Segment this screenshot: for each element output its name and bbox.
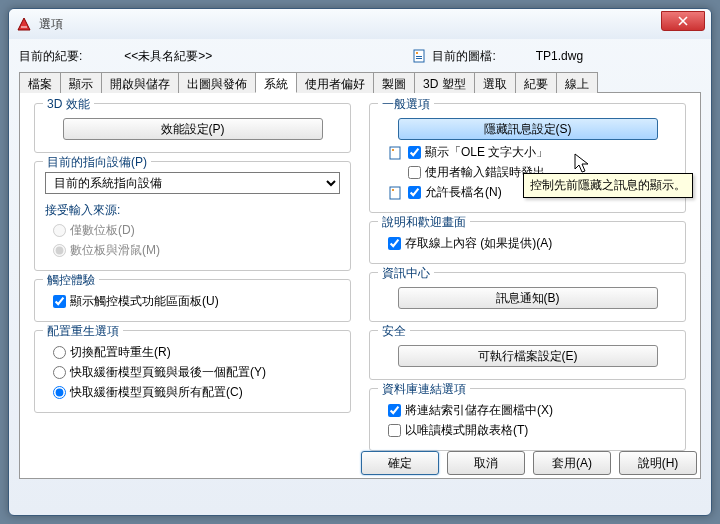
content-area: 目前的紀要: <<未具名紀要>> 目前的圖檔: TP1.dwg 檔案顯示開啟與儲…: [9, 39, 711, 485]
group-security: 安全 可執行檔案設定(E): [369, 330, 686, 380]
radio-row-digitizer-mouse: 數位板與滑鼠(M): [45, 242, 340, 259]
tab-8[interactable]: 選取: [474, 72, 516, 93]
radio-row-cache-last[interactable]: 快取緩衝模型頁籤與最後一個配置(Y): [45, 364, 340, 381]
exe-settings-button[interactable]: 可執行檔案設定(E): [398, 345, 658, 367]
radio-label: 切換配置時重生(R): [70, 344, 171, 361]
message-notify-button[interactable]: 訊息通知(B): [398, 287, 658, 309]
app-icon: [15, 15, 33, 33]
check-row-store-link-index[interactable]: 將連結索引儲存在圖檔中(X): [380, 402, 675, 419]
right-column: 一般選項 隱藏訊息設定(S) 顯示「OLE 文字大小」 使用者輸入錯誤時發出: [369, 103, 686, 468]
check-row-online-content[interactable]: 存取線上內容 (如果提供)(A): [380, 235, 675, 252]
group-pointing-device: 目前的指向設備(P) 目前的系統指向設備 接受輸入來源: 僅數位板(D) 數位板…: [34, 161, 351, 271]
svg-rect-5: [392, 149, 394, 151]
group-caption: 安全: [378, 323, 410, 340]
group-dblink: 資料庫連結選項 將連結索引儲存在圖檔中(X) 以唯讀模式開啟表格(T): [369, 388, 686, 451]
radio-label: 快取緩衝模型頁籤與所有配置(C): [70, 384, 243, 401]
titlebar: 選項: [9, 9, 711, 39]
radio-cache-last[interactable]: [53, 366, 66, 379]
radio-label: 數位板與滑鼠(M): [70, 242, 160, 259]
radio-row-regen-switch[interactable]: 切換配置時重生(R): [45, 344, 340, 361]
radio-row-cache-all[interactable]: 快取緩衝模型頁籤與所有配置(C): [45, 384, 340, 401]
help-button[interactable]: 說明(H): [619, 451, 697, 475]
tab-1[interactable]: 顯示: [60, 72, 102, 93]
check-row-readonly-table[interactable]: 以唯讀模式開啟表格(T): [380, 422, 675, 439]
group-caption: 資訊中心: [378, 265, 434, 282]
group-caption: 目前的指向設備(P): [43, 154, 151, 171]
group-layout-regen: 配置重生選項 切換配置時重生(R) 快取緩衝模型頁籤與最後一個配置(Y) 快取緩…: [34, 330, 351, 413]
radio-digitizer-only: [53, 224, 66, 237]
window-title: 選項: [39, 16, 63, 33]
svg-rect-1: [416, 52, 418, 54]
drawing-icon: [412, 48, 428, 64]
tab-3[interactable]: 出圖與發佈: [178, 72, 256, 93]
svg-rect-7: [392, 189, 394, 191]
ok-button[interactable]: 確定: [361, 451, 439, 475]
group-caption: 資料庫連結選項: [378, 381, 470, 398]
group-help-welcome: 說明和歡迎畫面 存取線上內容 (如果提供)(A): [369, 221, 686, 264]
drawing-icon: [388, 145, 404, 161]
radio-cache-all[interactable]: [53, 386, 66, 399]
top-info-row: 目前的紀要: <<未具名紀要>> 目前的圖檔: TP1.dwg: [19, 45, 701, 67]
tooltip: 控制先前隱藏之訊息的顯示。: [523, 173, 693, 198]
tab-6[interactable]: 製圖: [373, 72, 415, 93]
check-label: 顯示觸控模式功能區面板(U): [70, 293, 219, 310]
profile-name: <<未具名紀要>>: [124, 48, 212, 65]
tab-5[interactable]: 使用者偏好: [296, 72, 374, 93]
left-column: 3D 效能 效能設定(P) 目前的指向設備(P) 目前的系統指向設備 接受輸入來…: [34, 103, 351, 468]
group-info-center: 資訊中心 訊息通知(B): [369, 272, 686, 322]
checkbox-touch-panel[interactable]: [53, 295, 66, 308]
checkbox-online-content[interactable]: [388, 237, 401, 250]
cancel-button[interactable]: 取消: [447, 451, 525, 475]
checkbox-user-input-error[interactable]: [408, 166, 421, 179]
perf-settings-button[interactable]: 效能設定(P): [63, 118, 323, 140]
tab-4[interactable]: 系統: [255, 72, 297, 93]
group-3d-perf: 3D 效能 效能設定(P): [34, 103, 351, 153]
radio-digitizer-mouse: [53, 244, 66, 257]
tab-9[interactable]: 紀要: [515, 72, 557, 93]
close-button[interactable]: [661, 11, 705, 31]
sub-caption: 接受輸入來源:: [45, 202, 340, 219]
checkbox-long-filename[interactable]: [408, 186, 421, 199]
app-window: 選項 目前的紀要: <<未具名紀要>> 目前的圖檔: TP1.dwg 檔案顯示開…: [8, 8, 712, 516]
check-row-touch-panel[interactable]: 顯示觸控模式功能區面板(U): [45, 293, 340, 310]
apply-button[interactable]: 套用(A): [533, 451, 611, 475]
check-row-ole-text[interactable]: 顯示「OLE 文字大小」: [380, 144, 675, 161]
checkbox-readonly-table[interactable]: [388, 424, 401, 437]
radio-label: 快取緩衝模型頁籤與最後一個配置(Y): [70, 364, 266, 381]
tab-strip: 檔案顯示開啟與儲存出圖與發佈系統使用者偏好製圖3D 塑型選取紀要線上: [19, 71, 701, 93]
checkbox-ole-text[interactable]: [408, 146, 421, 159]
tab-10[interactable]: 線上: [556, 72, 598, 93]
svg-rect-4: [390, 147, 400, 159]
svg-rect-3: [416, 58, 422, 59]
group-touch: 觸控體驗 顯示觸控模式功能區面板(U): [34, 279, 351, 322]
group-caption: 說明和歡迎畫面: [378, 214, 470, 231]
tab-7[interactable]: 3D 塑型: [414, 72, 475, 93]
check-label: 顯示「OLE 文字大小」: [425, 144, 548, 161]
check-label: 允許長檔名(N): [425, 184, 502, 201]
drawing-name: TP1.dwg: [536, 49, 583, 63]
checkbox-store-link-index[interactable]: [388, 404, 401, 417]
check-label: 將連結索引儲存在圖檔中(X): [405, 402, 553, 419]
tab-2[interactable]: 開啟與儲存: [101, 72, 179, 93]
group-caption: 配置重生選項: [43, 323, 123, 340]
pointing-device-select[interactable]: 目前的系統指向設備: [45, 172, 340, 194]
drawing-icon: [388, 185, 404, 201]
current-record-label: 目前的紀要:: [19, 48, 82, 65]
check-label: 存取線上內容 (如果提供)(A): [405, 235, 552, 252]
group-caption: 一般選項: [378, 96, 434, 113]
dialog-footer: 確定 取消 套用(A) 說明(H): [361, 451, 697, 475]
group-caption: 3D 效能: [43, 96, 94, 113]
svg-rect-6: [390, 187, 400, 199]
group-caption: 觸控體驗: [43, 272, 99, 289]
radio-regen-switch[interactable]: [53, 346, 66, 359]
current-drawing-label: 目前的圖檔:: [432, 48, 495, 65]
svg-rect-2: [416, 56, 422, 57]
tab-body: 3D 效能 效能設定(P) 目前的指向設備(P) 目前的系統指向設備 接受輸入來…: [19, 93, 701, 479]
tab-0[interactable]: 檔案: [19, 72, 61, 93]
radio-row-digitizer-only: 僅數位板(D): [45, 222, 340, 239]
radio-label: 僅數位板(D): [70, 222, 135, 239]
check-label: 以唯讀模式開啟表格(T): [405, 422, 528, 439]
hidden-message-settings-button[interactable]: 隱藏訊息設定(S): [398, 118, 658, 140]
